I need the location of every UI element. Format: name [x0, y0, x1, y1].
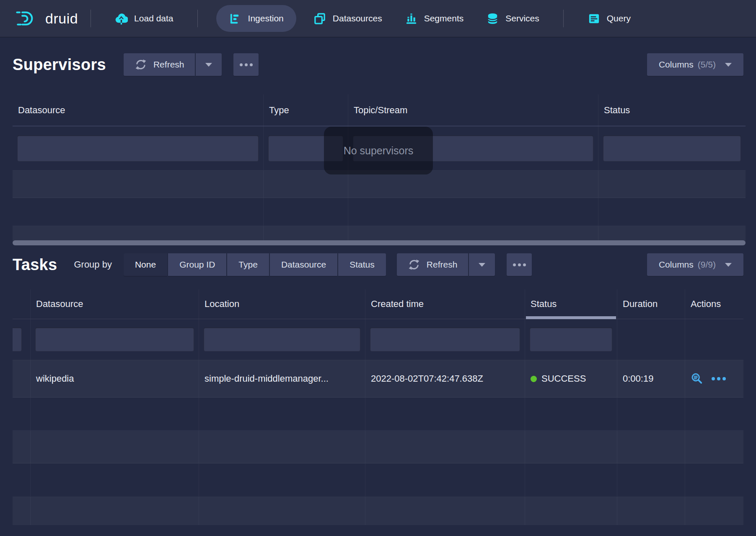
datasource-cell: wikipedia	[31, 360, 199, 397]
tasks-columns-button[interactable]: Columns (9/9)	[647, 253, 743, 276]
logo-text: druid	[45, 10, 78, 27]
supervisors-more-button[interactable]	[233, 53, 259, 76]
more-dots-icon	[513, 263, 516, 266]
nav-item-segments[interactable]: Segments	[394, 0, 475, 37]
datasource-filter-input[interactable]	[17, 135, 259, 161]
column-header-created-time[interactable]: Created time	[365, 289, 525, 319]
location-filter-input[interactable]	[204, 328, 360, 351]
cloud-upload-icon	[115, 12, 128, 25]
columns-count: (5/5)	[698, 60, 716, 70]
task-id-cell	[13, 360, 31, 397]
ingestion-gantt-icon	[229, 12, 242, 25]
column-header-actions[interactable]: Actions	[685, 289, 743, 319]
column-header-blank	[13, 289, 31, 319]
column-header-topic-stream[interactable]: Topic/Stream	[348, 94, 598, 126]
top-navbar: druid Load data Ing	[0, 0, 756, 37]
empty-row	[13, 198, 746, 226]
navbar-divider	[563, 10, 564, 27]
stacked-squares-icon	[313, 12, 326, 25]
tasks-title: Tasks	[13, 256, 57, 274]
supervisors-title: Supervisors	[13, 56, 106, 74]
datasource-filter-input[interactable]	[35, 328, 194, 351]
supervisors-toolbar: Supervisors Refresh Columns (5/5)	[13, 50, 743, 79]
sort-indicator	[526, 316, 616, 319]
status-text: SUCCESS	[541, 373, 586, 384]
group-by-type-button[interactable]: Type	[227, 253, 269, 276]
supervisors-refresh-interval-button[interactable]	[196, 53, 222, 76]
duration-cell: 0:00:19	[617, 360, 685, 397]
empty-row	[13, 398, 743, 431]
nav-item-load-data[interactable]: Load data	[104, 0, 184, 37]
chevron-down-icon	[479, 263, 485, 267]
duration-filter-cell	[617, 319, 685, 360]
column-header-duration[interactable]: Duration	[617, 289, 685, 319]
chevron-down-icon	[725, 263, 732, 267]
empty-row	[13, 171, 746, 198]
task-actions-menu-icon[interactable]	[712, 377, 726, 380]
column-header-location[interactable]: Location	[199, 289, 365, 319]
refresh-label: Refresh	[153, 60, 184, 70]
tasks-table: Datasource Location Created time Status …	[13, 289, 743, 525]
navbar-divider	[91, 10, 91, 27]
group-by-datasource-button[interactable]: Datasource	[270, 253, 337, 276]
nav-item-label: Load data	[134, 13, 173, 23]
column-header-datasource[interactable]: Datasource	[13, 94, 264, 126]
supervisors-horizontal-scrollbar[interactable]	[13, 240, 746, 245]
nav-item-query[interactable]: Query	[576, 0, 642, 37]
tasks-toolbar: Tasks Group by None Group ID Type Dataso…	[13, 252, 743, 277]
group-by-none-button[interactable]: None	[124, 253, 167, 276]
location-cell: simple-druid-middlemanager...	[199, 360, 365, 397]
empty-row	[13, 431, 743, 463]
task-id-filter-input[interactable]	[13, 328, 22, 351]
group-by-status-button[interactable]: Status	[338, 253, 386, 276]
druid-logo[interactable]: druid	[15, 9, 78, 28]
nav-item-services[interactable]: Services	[475, 0, 551, 37]
nav-item-label: Query	[607, 13, 631, 23]
empty-row	[13, 226, 746, 242]
druid-console: druid Load data Ing	[0, 0, 756, 536]
created-time-cell: 2022-08-02T07:42:47.638Z	[365, 360, 525, 397]
status-filter-input[interactable]	[603, 135, 741, 161]
nav-item-label: Ingestion	[248, 13, 284, 23]
tasks-refresh-interval-button[interactable]	[469, 253, 495, 276]
navbar-divider	[197, 10, 198, 27]
no-supervisors-overlay: No supervisors	[324, 127, 433, 174]
nav-item-datasources[interactable]: Datasources	[302, 0, 394, 37]
druid-logo-icon	[15, 9, 39, 28]
status-filter-input[interactable]	[530, 328, 612, 351]
query-document-icon	[588, 12, 601, 25]
chevron-down-icon	[725, 63, 732, 67]
tasks-more-button[interactable]	[507, 253, 532, 276]
column-header-datasource[interactable]: Datasource	[31, 289, 199, 319]
more-dots-icon	[240, 63, 243, 66]
database-icon	[486, 12, 499, 25]
tasks-header-row: Datasource Location Created time Status …	[13, 289, 743, 319]
chevron-down-icon	[205, 63, 212, 67]
actions-cell	[685, 360, 743, 397]
status-cell: SUCCESS	[525, 360, 617, 397]
nav-item-label: Datasources	[333, 13, 382, 23]
tasks-filter-row	[13, 319, 743, 360]
group-by-label: Group by	[74, 259, 112, 270]
nav-item-ingestion[interactable]: Ingestion	[216, 5, 296, 32]
supervisors-columns-button[interactable]: Columns (5/5)	[647, 53, 743, 76]
empty-row	[13, 497, 743, 525]
column-header-type[interactable]: Type	[264, 94, 348, 126]
nav-item-label: Services	[505, 13, 539, 23]
columns-label: Columns	[659, 260, 694, 270]
refresh-icon	[408, 258, 420, 271]
inspect-task-icon[interactable]	[691, 372, 703, 385]
supervisors-header-row: Datasource Type Topic/Stream Status	[13, 94, 746, 126]
task-row: wikipedia simple-druid-middlemanager... …	[13, 360, 743, 398]
bar-chart-icon	[405, 12, 418, 25]
created-time-filter-input[interactable]	[370, 328, 520, 351]
column-header-status[interactable]: Status	[598, 94, 746, 126]
columns-label: Columns	[659, 60, 694, 70]
column-header-status[interactable]: Status	[525, 289, 617, 319]
refresh-label: Refresh	[427, 260, 458, 270]
empty-row	[13, 463, 743, 497]
group-by-group-id-button[interactable]: Group ID	[168, 253, 226, 276]
tasks-refresh-button[interactable]: Refresh	[397, 253, 469, 276]
success-status-dot	[531, 376, 537, 382]
supervisors-refresh-button[interactable]: Refresh	[124, 53, 195, 76]
